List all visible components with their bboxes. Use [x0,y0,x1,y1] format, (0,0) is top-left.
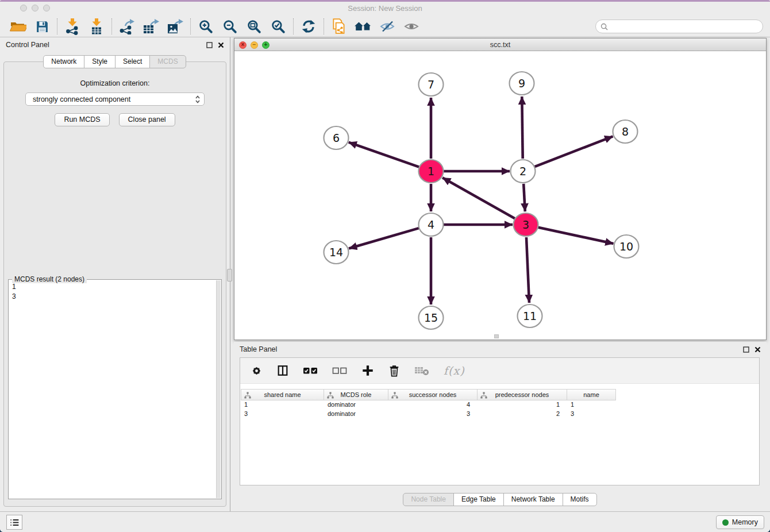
search-input[interactable] [611,22,758,30]
home-network-icon[interactable] [351,17,375,36]
close-panel-icon[interactable] [218,42,224,48]
graph-node-14[interactable]: 14 [324,241,349,264]
column-selector-icon[interactable] [276,364,289,377]
svg-text:3: 3 [522,218,529,231]
delete-row-icon[interactable] [388,364,401,378]
close-panel-icon[interactable] [754,346,761,353]
copy-network-icon[interactable] [327,17,351,36]
column-header-MCDS-role[interactable]: MCDS role [324,389,388,400]
tab-edge-table[interactable]: Edge Table [453,493,504,506]
zoom-fit-icon[interactable] [242,17,266,36]
tab-motifs[interactable]: Motifs [563,493,597,506]
optimization-criterion-select[interactable]: strongly connected component [25,92,205,106]
cell-MCDS-role[interactable]: dominator [324,400,388,410]
tab-network[interactable]: Network [43,55,84,68]
network-window-title: scc.txt [234,41,766,49]
column-header-predecessor-nodes[interactable]: predecessor nodes [478,389,567,400]
graph-edge-3-1[interactable] [442,178,515,218]
graph-node-6[interactable]: 6 [324,126,349,149]
save-session-icon[interactable] [30,17,54,36]
import-table-icon[interactable] [84,17,109,36]
table-row[interactable]: 3dominator323 [241,410,759,419]
graph-edge-3-11[interactable] [526,237,529,303]
table-panel-header: Table Panel [234,342,767,357]
toolbar-separator [324,18,324,34]
run-mcds-button[interactable]: Run MCDS [55,113,109,126]
function-builder-icon[interactable]: f(x) [444,364,465,377]
table-row[interactable]: 1dominator411 [241,400,759,410]
hide-eye-icon[interactable] [375,17,399,36]
graph-node-8[interactable]: 8 [613,120,638,143]
network-canvas[interactable]: 7968124314101511 [234,52,766,340]
select-all-icon[interactable] [303,366,318,375]
graph-node-3[interactable]: 3 [514,213,538,236]
export-image-icon[interactable] [163,17,187,36]
refresh-icon[interactable] [297,17,321,36]
gear-icon[interactable] [251,365,263,377]
cell-shared-name[interactable]: 1 [241,400,324,410]
mcds-panel: Optimization criterion: strongly connect… [3,61,226,507]
tab-mcds[interactable]: MCDS [149,55,186,68]
graph-edge-2-3[interactable] [523,184,525,211]
search-box [595,20,763,33]
graph-node-10[interactable]: 10 [614,235,639,258]
network-view-window: × − + scc.txt 7968124314101511 [234,38,767,340]
control-panel-tabs: NetworkStyleSelectMCDS [0,55,230,68]
export-network-icon[interactable] [115,17,139,36]
app-title: Session: New Session [0,4,770,13]
show-eye-icon[interactable] [399,17,424,36]
table-header-row: shared nameMCDS rolesuccessor nodesprede… [241,389,759,400]
tab-node-table[interactable]: Node Table [403,493,454,506]
mcds-result-scrollbar[interactable] [216,280,221,498]
zoom-in-icon[interactable] [194,17,218,36]
float-panel-icon[interactable] [206,42,213,48]
network-window-titlebar[interactable]: × − + scc.txt [234,38,766,51]
memory-button[interactable]: Memory [716,515,764,529]
task-history-button[interactable] [6,515,22,530]
unselect-all-icon[interactable] [332,366,348,375]
graph-edge-4-14[interactable] [349,228,419,248]
canvas-scrollbar-thumb[interactable] [494,334,499,338]
column-header-name[interactable]: name [567,389,616,400]
graph-node-1[interactable]: 1 [419,160,444,183]
cell-predecessor-nodes[interactable]: 1 [478,400,567,410]
graph-node-9[interactable]: 9 [510,72,534,95]
zoom-out-icon[interactable] [218,17,242,36]
cell-successor-nodes[interactable]: 3 [388,410,478,419]
cell-MCDS-role[interactable]: dominator [324,410,388,419]
tab-select[interactable]: Select [115,55,150,68]
import-network-icon[interactable] [60,17,84,36]
mcds-result-text[interactable]: 1 3 [12,282,214,498]
graph-node-11[interactable]: 11 [518,304,542,327]
export-table-icon[interactable] [139,17,163,36]
cell-name[interactable]: 3 [567,410,616,419]
float-panel-icon[interactable] [743,346,749,353]
column-header-shared-name[interactable]: shared name [241,389,324,400]
cell-successor-nodes[interactable]: 4 [388,400,478,410]
graph-node-4[interactable]: 4 [419,213,444,236]
tab-style[interactable]: Style [84,55,116,68]
open-session-icon[interactable] [6,17,30,36]
column-header-successor-nodes[interactable]: successor nodes [388,389,478,400]
cell-name[interactable]: 1 [567,400,616,410]
svg-text:9: 9 [518,77,525,90]
tab-network-table[interactable]: Network Table [503,493,563,506]
add-row-icon[interactable] [361,364,374,377]
graph-edge-1-6[interactable] [349,142,419,167]
graph-node-7[interactable]: 7 [419,73,444,96]
graph-edge-2-9[interactable] [522,97,522,159]
optimization-criterion-label: Optimization criterion: [4,79,226,87]
graph-node-15[interactable]: 15 [419,306,444,329]
close-panel-button[interactable]: Close panel [119,113,175,126]
svg-text:8: 8 [622,125,629,138]
cell-shared-name[interactable]: 3 [241,410,324,419]
delete-table-icon[interactable] [414,365,430,376]
app-window: Session: New Session [0,0,770,532]
list-icon [9,518,20,527]
graph-edge-2-8[interactable] [535,136,613,167]
panel-splitter-handle[interactable] [227,269,232,282]
zoom-selected-icon[interactable] [266,17,290,36]
graph-edge-3-10[interactable] [538,228,613,244]
cell-predecessor-nodes[interactable]: 2 [478,410,567,419]
graph-node-2[interactable]: 2 [511,160,536,183]
